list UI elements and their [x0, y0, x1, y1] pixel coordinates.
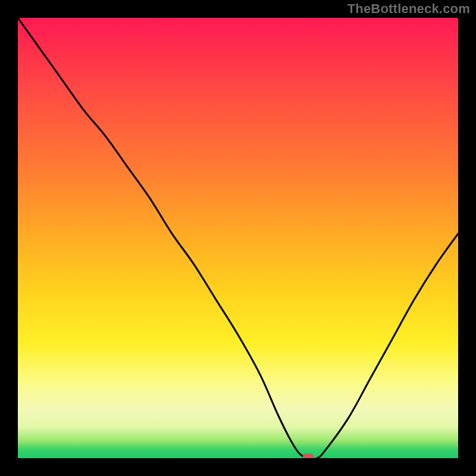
chart-frame: TheBottleneck.com — [0, 0, 476, 476]
optimal-marker — [303, 453, 314, 458]
plot-area — [18, 18, 458, 458]
curve-svg — [18, 18, 458, 458]
bottleneck-curve-path — [18, 18, 458, 458]
watermark-text: TheBottleneck.com — [347, 1, 470, 17]
